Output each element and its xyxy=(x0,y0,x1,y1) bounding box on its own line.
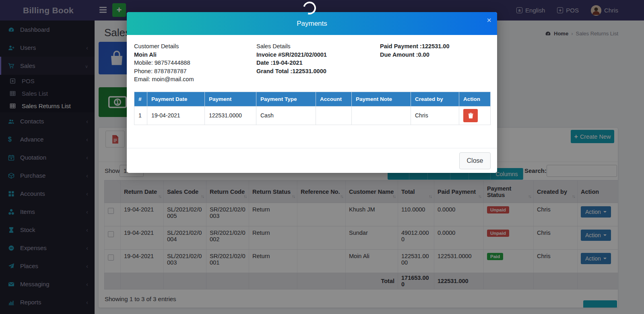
sales-details-heading: Sales Details xyxy=(256,42,380,51)
due-amount: Due Amount :0.00 xyxy=(380,51,490,59)
customer-details: Customer Details Moin Ali Mobile: 987574… xyxy=(134,42,256,84)
invoice-date: Date :19-04-2021 xyxy=(256,59,380,67)
pay-col-account: Account xyxy=(316,92,352,106)
close-button[interactable]: Close xyxy=(459,152,491,169)
paid-payment: Paid Payment :122531.00 xyxy=(380,42,490,51)
delete-payment-button[interactable] xyxy=(463,109,478,122)
pay-col-type: Payment Type xyxy=(256,92,316,106)
modal-title: Payments xyxy=(297,20,327,28)
invoice-number: Invoice #SR/2021/02/0001 xyxy=(256,51,380,59)
pay-col-note: Payment Note xyxy=(352,92,411,106)
payments-modal: Payments × Customer Details Moin Ali Mob… xyxy=(127,12,497,173)
pay-col-created-by: Created by xyxy=(411,92,459,106)
customer-email: Email: moin@mail.com xyxy=(134,75,256,84)
payments-table: # Payment Date Payment Payment Type Acco… xyxy=(134,92,491,125)
customer-name: Moin Ali xyxy=(134,51,256,59)
sales-details: Sales Details Invoice #SR/2021/02/0001 D… xyxy=(256,42,380,84)
modal-body: Customer Details Moin Ali Mobile: 987574… xyxy=(127,35,497,148)
trash-icon xyxy=(468,113,473,119)
payment-summary: Paid Payment :122531.00 Due Amount :0.00 xyxy=(380,42,490,84)
modal-header: Payments × xyxy=(127,12,497,35)
close-icon[interactable]: × xyxy=(487,16,491,24)
pay-col-date: Payment Date xyxy=(147,92,205,106)
customer-phone: Phone: 8787878787 xyxy=(134,67,256,76)
pay-col-action: Action xyxy=(459,92,491,106)
grand-total: Grand Total :122531.0000 xyxy=(256,67,380,76)
payment-row: 1 19-04-2021 122531.0000 Cash Chris xyxy=(134,106,491,125)
customer-mobile: Mobile: 98757444888 xyxy=(134,59,256,67)
customer-details-heading: Customer Details xyxy=(134,42,256,51)
modal-footer: Close xyxy=(127,148,497,173)
pay-col-num: # xyxy=(134,92,147,106)
pay-col-payment: Payment xyxy=(205,92,256,106)
